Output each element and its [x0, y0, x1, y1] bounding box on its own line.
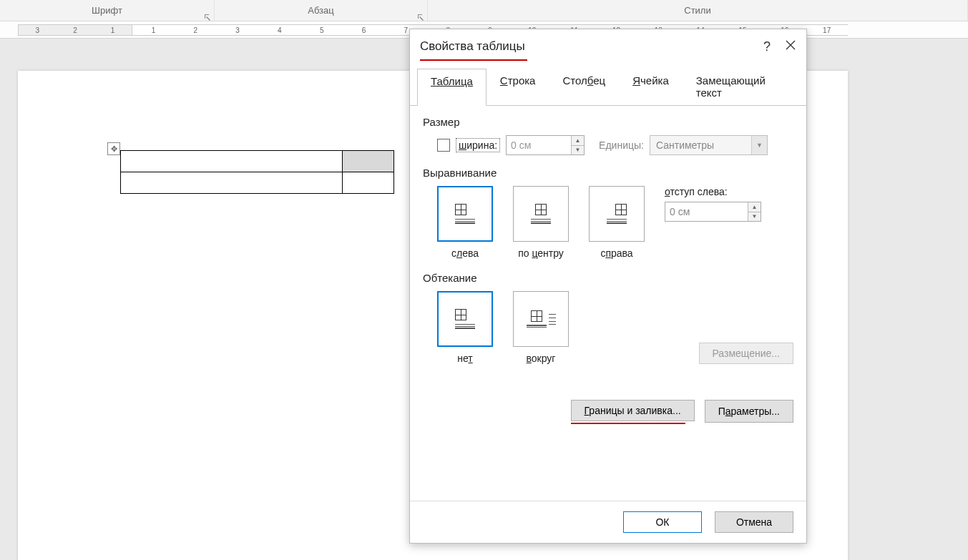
- section-align-heading: Выравнивание: [423, 167, 793, 179]
- width-checkbox[interactable]: [437, 139, 450, 152]
- ribbon-group-font: Шрифт: [0, 0, 215, 21]
- help-button[interactable]: ?: [763, 39, 771, 54]
- ribbon: Шрифт Абзац Стили: [0, 0, 968, 21]
- width-label: ширина:: [456, 138, 500, 152]
- close-icon: [785, 39, 796, 51]
- spin-down-icon[interactable]: ▼: [748, 212, 761, 222]
- borders-shading-button[interactable]: Границы и заливка...: [571, 400, 695, 421]
- table-properties-dialog: Свойства таблицы ? Таблица Строка Столбе…: [409, 29, 807, 544]
- cancel-button[interactable]: Отмена: [715, 511, 793, 533]
- align-center-label: по центру: [518, 247, 564, 259]
- ruler-tick: 2: [73, 26, 77, 34]
- title-underline: [420, 59, 527, 61]
- dialog-footer: ОК Отмена: [410, 501, 806, 543]
- table-cell[interactable]: [343, 151, 394, 172]
- dialog-titlebar[interactable]: Свойства таблицы ?: [410, 29, 806, 64]
- wrap-around-icon: [527, 310, 556, 328]
- indent-left-label: отступ слева:: [665, 186, 761, 197]
- width-spinner[interactable]: ▲▼: [506, 135, 585, 155]
- tab-column[interactable]: Столбец: [549, 68, 619, 105]
- align-center-option[interactable]: по центру: [513, 186, 569, 259]
- ruler-tick: 4: [258, 26, 300, 34]
- borders-underline: [571, 423, 685, 424]
- ribbon-styles-label: Стили: [684, 5, 710, 16]
- section-size-heading: Размер: [423, 116, 793, 128]
- tab-label: Замещающий текст: [696, 74, 766, 99]
- ruler-tick: 3: [36, 26, 40, 34]
- ribbon-paragraph-label: Абзац: [308, 5, 333, 16]
- wrap-none-icon: [455, 309, 475, 328]
- ok-button[interactable]: ОК: [623, 511, 702, 533]
- align-center-icon: [531, 204, 551, 223]
- tab-label: Ячейка: [632, 74, 669, 87]
- ruler-tick: 2: [175, 26, 217, 34]
- placement-button: Размещение...: [699, 343, 794, 364]
- dialog-body: Размер ширина: ▲▼ Единицы: Сантиметры ▼ …: [410, 106, 806, 501]
- width-input[interactable]: [507, 136, 571, 154]
- align-left-icon: [455, 204, 475, 223]
- wrap-around-option[interactable]: вокруг: [513, 291, 569, 364]
- close-button[interactable]: [785, 39, 796, 54]
- chevron-down-icon[interactable]: ▼: [751, 136, 767, 154]
- parameters-button[interactable]: Параметры...: [705, 400, 793, 423]
- ruler-tick: 3: [217, 26, 259, 34]
- wrap-none-label: нет: [457, 353, 472, 364]
- align-right-icon: [607, 204, 627, 223]
- tab-table[interactable]: Таблица: [417, 69, 487, 106]
- ribbon-font-label: Шрифт: [92, 5, 122, 16]
- tab-label: Таблица: [431, 75, 473, 87]
- ruler-tick: 5: [300, 26, 343, 34]
- table-cell[interactable]: [121, 151, 343, 172]
- align-right-label: справа: [600, 247, 632, 259]
- section-wrap-heading: Обтекание: [423, 272, 793, 284]
- wrap-around-label: вокруг: [527, 353, 556, 364]
- align-left-label: слева: [451, 247, 479, 259]
- ruler-tick: 6: [343, 26, 385, 34]
- paragraph-dialog-launcher-icon[interactable]: [417, 12, 424, 19]
- units-label: Единицы:: [599, 139, 644, 151]
- align-left-option[interactable]: слева: [437, 186, 493, 259]
- spin-down-icon[interactable]: ▼: [572, 146, 584, 155]
- tab-alttext[interactable]: Замещающий текст: [683, 68, 799, 105]
- dialog-title: Свойства таблицы: [420, 39, 525, 54]
- ruler-tick: 1: [111, 26, 115, 34]
- units-value: Сантиметры: [650, 136, 751, 154]
- wrap-none-option[interactable]: нет: [437, 291, 493, 364]
- spin-up-icon[interactable]: ▲: [572, 136, 584, 146]
- table-cell[interactable]: [343, 172, 394, 194]
- table-move-handle-icon[interactable]: ✥: [107, 142, 120, 155]
- tab-label: Столбец: [562, 74, 605, 87]
- ruler-tick: 1: [132, 26, 175, 34]
- font-dialog-launcher-icon[interactable]: [204, 12, 211, 19]
- tab-row[interactable]: Строка: [487, 68, 549, 105]
- dialog-tabs: Таблица Строка Столбец Ячейка Замещающий…: [410, 68, 806, 106]
- indent-spinner[interactable]: ▲▼: [665, 202, 761, 222]
- ribbon-group-paragraph: Абзац: [215, 0, 428, 21]
- units-combo[interactable]: Сантиметры ▼: [650, 135, 768, 155]
- align-right-option[interactable]: справа: [589, 186, 645, 259]
- document-table[interactable]: [120, 150, 394, 194]
- tab-cell[interactable]: Ячейка: [619, 68, 683, 105]
- tab-label: Строка: [500, 74, 536, 87]
- ribbon-group-styles: Стили: [428, 0, 968, 21]
- indent-input[interactable]: [665, 202, 748, 221]
- ruler-margin-left: 3 2 1: [18, 24, 132, 36]
- ruler-tick: 17: [806, 26, 848, 34]
- table-cell[interactable]: [121, 172, 343, 194]
- spin-up-icon[interactable]: ▲: [748, 202, 761, 212]
